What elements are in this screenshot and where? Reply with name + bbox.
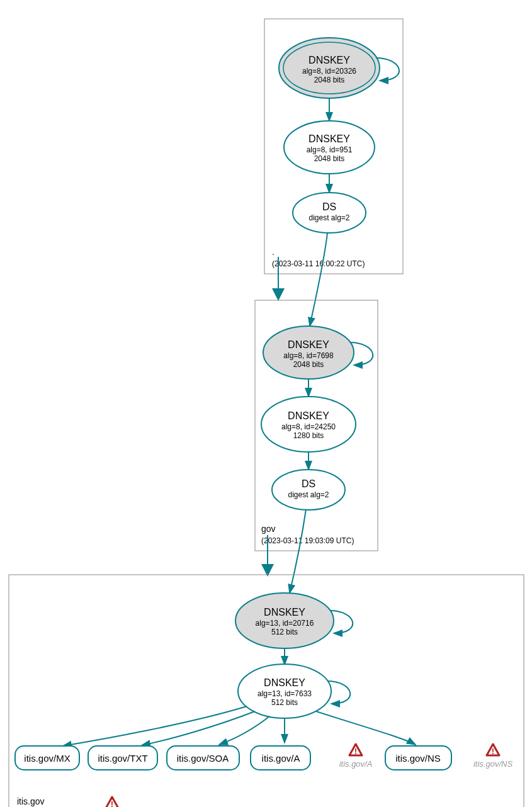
root-dnskey-ksk: DNSKEY alg=8, id=20326 2048 bits [279, 38, 399, 98]
itis-ksk-line3: 512 bits [271, 628, 298, 636]
svg-text:itis.gov/A: itis.gov/A [262, 753, 300, 764]
itis-zsk-title: DNSKEY [264, 677, 305, 688]
svg-text:itis.gov/A: itis.gov/A [339, 759, 373, 769]
zone-gov: DNSKEY alg=8, id=7698 2048 bits DNSKEY a… [255, 300, 378, 551]
root-ds-line2: digest alg=2 [308, 213, 349, 222]
rrset-ns: itis.gov/NS [385, 746, 451, 770]
edge-zsk-soa [219, 716, 269, 745]
root-dnskey-zsk: DNSKEY alg=8, id=951 2048 bits [284, 121, 375, 174]
root-zsk-title: DNSKEY [308, 133, 350, 144]
zone-warning-icon: ! [106, 797, 118, 807]
gov-ds: DS digest alg=2 [272, 470, 345, 510]
svg-text:itis.gov/NS: itis.gov/NS [395, 753, 441, 764]
itis-ksk-title: DNSKEY [264, 607, 305, 618]
gov-ksk-line2: alg=8, id=7698 [283, 351, 334, 360]
rrset-soa: itis.gov/SOA [167, 746, 239, 770]
rrset-a: itis.gov/A [251, 746, 310, 770]
svg-text:itis.gov/SOA: itis.gov/SOA [177, 753, 229, 764]
gov-dnskey-zsk: DNSKEY alg=8, id=24250 1280 bits [261, 397, 356, 452]
warning-ns: ! itis.gov/NS [473, 744, 512, 769]
zone-root: DNSKEY alg=8, id=20326 2048 bits DNSKEY … [264, 19, 403, 274]
edge-root-ds-to-gov-ksk [310, 233, 327, 326]
warning-a: ! itis.gov/A [339, 744, 373, 769]
gov-ksk-line3: 2048 bits [293, 360, 324, 369]
svg-text:itis.gov/TXT: itis.gov/TXT [98, 753, 147, 764]
itis-ksk-line2: alg=13, id=20716 [256, 619, 314, 628]
root-zone-timestamp: (2023-03-11 16:00:22 UTC) [272, 259, 365, 268]
rrset-mx: itis.gov/MX [15, 746, 79, 770]
gov-zsk-line3: 1280 bits [293, 431, 324, 440]
gov-ksk-title: DNSKEY [288, 339, 329, 350]
svg-text:!: ! [354, 747, 357, 756]
root-ksk-title: DNSKEY [308, 55, 350, 65]
root-ksk-line2: alg=8, id=20326 [302, 67, 356, 76]
itis-zsk-line2: alg=13, id=7633 [258, 689, 312, 698]
edge-zsk-ns [316, 711, 416, 745]
root-zsk-line3: 2048 bits [314, 154, 345, 163]
gov-zsk-line2: alg=8, id=24250 [281, 422, 336, 431]
edge-zsk-mx [63, 706, 247, 746]
zone-itis: DNSKEY alg=13, id=20716 512 bits DNSKEY … [9, 575, 524, 807]
gov-ds-title: DS [302, 478, 315, 489]
svg-point-8 [272, 470, 345, 510]
gov-zone-label: gov [261, 524, 276, 534]
root-zsk-line2: alg=8, id=951 [307, 145, 353, 154]
itis-dnskey-ksk: DNSKEY alg=13, id=20716 512 bits [235, 593, 353, 648]
root-ksk-line3: 2048 bits [314, 76, 345, 84]
gov-ds-line2: digest alg=2 [288, 490, 329, 499]
itis-zsk-line3: 512 bits [271, 698, 298, 707]
gov-zsk-title: DNSKEY [288, 410, 329, 421]
root-zone-label: . [272, 247, 274, 257]
svg-point-4 [293, 193, 366, 233]
root-ds: DS digest alg=2 [293, 193, 366, 233]
gov-zone-timestamp: (2023-03-11 19:03:09 UTC) [261, 536, 354, 545]
itis-zone-label: itis.gov [17, 796, 45, 806]
svg-text:!: ! [111, 799, 113, 807]
svg-text:itis.gov/NS: itis.gov/NS [473, 759, 512, 769]
svg-text:!: ! [492, 747, 494, 756]
rrset-txt: itis.gov/TXT [88, 746, 157, 770]
root-ds-title: DS [322, 201, 336, 212]
gov-dnskey-ksk: DNSKEY alg=8, id=7698 2048 bits [263, 326, 373, 379]
svg-text:itis.gov/MX: itis.gov/MX [24, 753, 70, 764]
itis-dnskey-zsk: DNSKEY alg=13, id=7633 512 bits [238, 664, 350, 718]
